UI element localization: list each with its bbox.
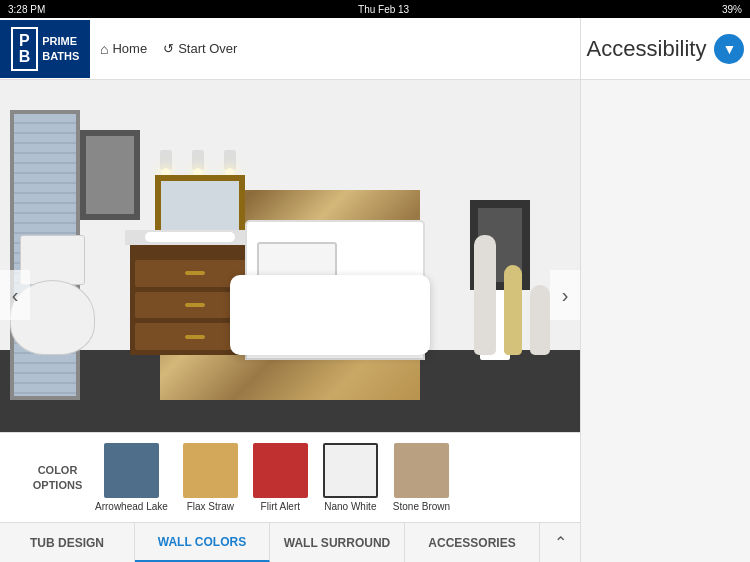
- header-nav: ⌂ Home ↺ Start Over: [100, 41, 237, 57]
- status-bar: 3:28 PM Thu Feb 13 39%: [0, 0, 750, 18]
- header: PB PRIME BATHS ⌂ Home ↺ Start Over: [0, 18, 580, 80]
- vase-mid: [504, 265, 522, 355]
- drawer-handle-2: [185, 303, 205, 307]
- color-swatch-name: Flirt Alert: [261, 501, 300, 512]
- tab-wall-surround[interactable]: WALL SURROUND: [270, 523, 405, 562]
- color-swatch: [253, 443, 308, 498]
- start-over-link[interactable]: ↺ Start Over: [163, 41, 237, 56]
- sink: [145, 232, 235, 242]
- logo-letters: PB: [11, 27, 39, 71]
- color-swatch-name: Stone Brown: [393, 501, 450, 512]
- refresh-icon: ↺: [163, 41, 174, 56]
- color-swatch-name: Arrowhead Lake: [95, 501, 168, 512]
- tab-wall-colors[interactable]: WALL COLORS: [135, 523, 270, 562]
- prev-arrow[interactable]: ‹: [0, 270, 30, 320]
- color-swatch-name: Nano White: [324, 501, 376, 512]
- home-icon: ⌂: [100, 41, 108, 57]
- logo-text: PRIME BATHS: [42, 34, 79, 63]
- vanity-countertop: [125, 230, 265, 245]
- color-swatch: [183, 443, 238, 498]
- color-swatches: Arrowhead LakeFlax StrawFlirt AlertNano …: [95, 443, 450, 512]
- scroll-up-button[interactable]: ⌃: [540, 523, 580, 562]
- status-battery: 39%: [722, 4, 742, 15]
- tab-tub-design[interactable]: TUB DESIGN: [0, 523, 135, 562]
- right-panel: [580, 80, 750, 562]
- tab-accessories[interactable]: ACCESSORIES: [405, 523, 540, 562]
- color-swatch-item[interactable]: Nano White: [323, 443, 378, 512]
- light-2: [192, 150, 204, 170]
- chevron-down-icon: ▼: [722, 41, 736, 57]
- wall-art-left: [80, 130, 140, 220]
- home-label: Home: [112, 41, 147, 56]
- color-options-bar: COLOR OPTIONS Arrowhead LakeFlax StrawFl…: [0, 432, 580, 522]
- color-options-label: COLOR OPTIONS: [30, 463, 85, 492]
- color-swatch-item[interactable]: Flirt Alert: [253, 443, 308, 512]
- color-swatch: [323, 443, 378, 498]
- bottom-tabs: TUB DESIGNWALL COLORSWALL SURROUNDACCESS…: [0, 522, 580, 562]
- light-fixtures: [160, 150, 236, 170]
- vase-tall: [474, 235, 496, 355]
- drawer-handle-1: [185, 271, 205, 275]
- page-title: Accessibility: [587, 36, 707, 62]
- vase-group: [474, 235, 550, 355]
- dropdown-button[interactable]: ▼: [714, 34, 744, 64]
- title-panel: Accessibility ▼: [580, 18, 750, 80]
- light-1: [160, 150, 172, 170]
- status-date: Thu Feb 13: [358, 4, 409, 15]
- color-swatch-item[interactable]: Stone Brown: [393, 443, 450, 512]
- vase-short: [530, 285, 550, 355]
- light-3: [224, 150, 236, 170]
- color-swatch-name: Flax Straw: [187, 501, 234, 512]
- home-link[interactable]: ⌂ Home: [100, 41, 147, 57]
- color-swatch-item[interactable]: Arrowhead Lake: [95, 443, 168, 512]
- start-over-label: Start Over: [178, 41, 237, 56]
- color-swatch: [104, 443, 159, 498]
- bath-rug: [230, 275, 430, 355]
- logo[interactable]: PB PRIME BATHS: [0, 20, 90, 78]
- drawer-handle-3: [185, 335, 205, 339]
- color-swatch: [394, 443, 449, 498]
- status-time: 3:28 PM: [8, 4, 45, 15]
- next-arrow[interactable]: ›: [550, 270, 580, 320]
- color-swatch-item[interactable]: Flax Straw: [183, 443, 238, 512]
